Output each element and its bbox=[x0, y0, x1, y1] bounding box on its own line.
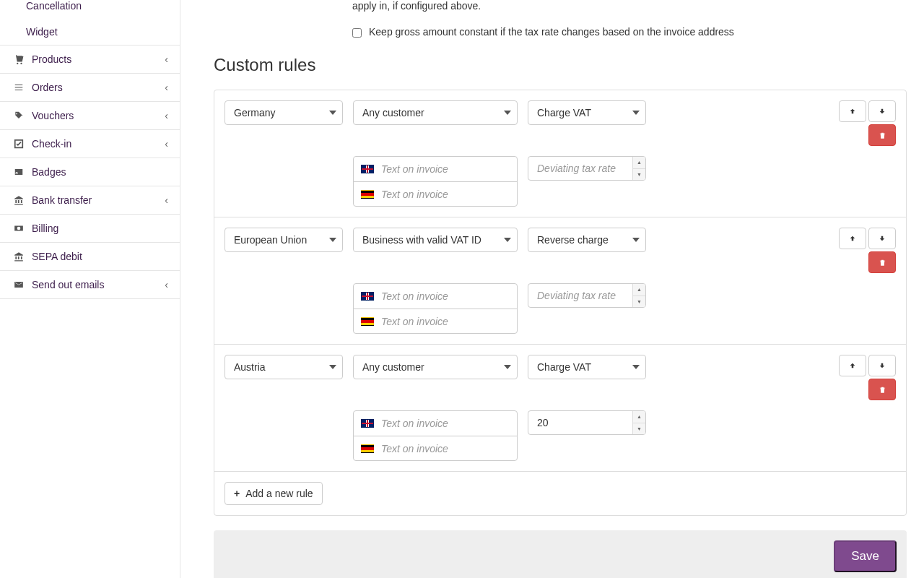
sidebar-item-widget[interactable]: Widget bbox=[0, 19, 180, 45]
rule-item: European Union Business with valid VAT I… bbox=[214, 217, 906, 345]
move-down-button[interactable] bbox=[868, 100, 896, 122]
chevron-left-icon: ‹ bbox=[165, 110, 168, 121]
keep-gross-label: Keep gross amount constant if the tax ra… bbox=[369, 26, 734, 38]
sidebar-item-billing[interactable]: Billing bbox=[0, 215, 180, 243]
deviating-rate-input[interactable] bbox=[528, 283, 646, 308]
sidebar-item-vouchers[interactable]: Vouchers ‹ bbox=[0, 102, 180, 130]
country-select[interactable]: European Union bbox=[225, 228, 343, 252]
chevron-left-icon: ‹ bbox=[165, 53, 168, 65]
envelope-icon bbox=[12, 280, 26, 290]
sidebar-item-label: Widget bbox=[26, 26, 58, 38]
chevron-left-icon: ‹ bbox=[165, 82, 168, 93]
rule-item: Germany Any customer Charge VAT bbox=[214, 90, 906, 217]
sidebar-item-label: Badges bbox=[32, 166, 66, 178]
customer-select[interactable]: Any customer bbox=[353, 100, 518, 125]
country-select[interactable]: Germany bbox=[225, 100, 343, 125]
flag-en-icon bbox=[361, 165, 374, 173]
invoice-text-group bbox=[353, 410, 518, 461]
spinner-down-icon[interactable]: ▼ bbox=[633, 423, 645, 435]
delete-rule-button[interactable] bbox=[868, 251, 896, 273]
sidebar-item-label: Billing bbox=[32, 223, 58, 234]
invoice-text-de-input[interactable] bbox=[381, 189, 510, 200]
flag-de-icon bbox=[361, 190, 374, 199]
invoice-text-en-input[interactable] bbox=[381, 418, 510, 429]
cart-icon bbox=[12, 54, 26, 64]
spinner-down-icon[interactable]: ▼ bbox=[633, 169, 645, 181]
sidebar-item-label: Send out emails bbox=[32, 279, 104, 290]
save-button[interactable]: Save bbox=[834, 540, 897, 572]
move-up-button[interactable] bbox=[839, 355, 866, 376]
rules-container: Germany Any customer Charge VAT bbox=[214, 90, 907, 516]
sidebar: Cancellation Widget Products ‹ Orders ‹ … bbox=[0, 0, 180, 578]
number-spinner[interactable]: ▲ ▼ bbox=[632, 157, 645, 180]
help-text: apply in, if configured above. bbox=[352, 0, 907, 12]
spinner-up-icon[interactable]: ▲ bbox=[633, 157, 645, 169]
bank-icon bbox=[12, 251, 26, 262]
flag-de-icon bbox=[361, 444, 374, 453]
flag-en-icon bbox=[361, 292, 374, 301]
delete-rule-button[interactable] bbox=[868, 379, 896, 400]
sidebar-item-sepa[interactable]: SEPA debit bbox=[0, 243, 180, 271]
id-icon bbox=[12, 167, 26, 177]
check-icon bbox=[12, 139, 26, 149]
chevron-left-icon: ‹ bbox=[165, 279, 168, 290]
rule-item: Austria Any customer Charge VAT bbox=[214, 345, 906, 472]
sidebar-item-label: Orders bbox=[32, 82, 63, 93]
number-spinner[interactable]: ▲ ▼ bbox=[632, 284, 645, 307]
sidebar-sub-group: Cancellation Widget bbox=[0, 0, 180, 46]
invoice-text-en-input[interactable] bbox=[381, 163, 510, 175]
sidebar-item-products[interactable]: Products ‹ bbox=[0, 46, 180, 74]
action-select[interactable]: Charge VAT bbox=[528, 355, 646, 379]
tags-icon bbox=[12, 111, 26, 121]
customer-select[interactable]: Business with valid VAT ID bbox=[353, 228, 518, 252]
checkbox-row-wrapper: Keep gross amount constant if the tax ra… bbox=[214, 26, 907, 49]
add-rule-label: Add a new rule bbox=[245, 488, 313, 499]
sidebar-item-label: Cancellation bbox=[26, 0, 82, 12]
chevron-left-icon: ‹ bbox=[165, 194, 168, 206]
action-select[interactable]: Reverse charge bbox=[528, 228, 646, 252]
list-icon bbox=[12, 82, 26, 92]
save-bar: Save bbox=[214, 530, 907, 578]
delete-rule-button[interactable] bbox=[868, 124, 896, 146]
deviating-rate-input[interactable] bbox=[528, 410, 646, 435]
invoice-text-group bbox=[353, 283, 518, 334]
plus-icon: + bbox=[234, 488, 240, 499]
invoice-text-de-input[interactable] bbox=[381, 443, 510, 454]
sidebar-item-label: Bank transfer bbox=[32, 194, 92, 206]
sidebar-item-checkin[interactable]: Check-in ‹ bbox=[0, 130, 180, 158]
move-down-button[interactable] bbox=[868, 228, 896, 249]
sidebar-item-label: SEPA debit bbox=[32, 251, 82, 262]
sidebar-item-badges[interactable]: Badges bbox=[0, 158, 180, 186]
sidebar-item-label: Check-in bbox=[32, 138, 71, 150]
sidebar-item-banktransfer[interactable]: Bank transfer ‹ bbox=[0, 186, 180, 215]
keep-gross-checkbox[interactable] bbox=[352, 28, 362, 38]
spinner-down-icon[interactable]: ▼ bbox=[633, 296, 645, 308]
number-spinner[interactable]: ▲ ▼ bbox=[632, 411, 645, 434]
spinner-up-icon[interactable]: ▲ bbox=[633, 411, 645, 423]
move-up-button[interactable] bbox=[839, 100, 866, 122]
invoice-text-group bbox=[353, 156, 518, 207]
invoice-text-de-input[interactable] bbox=[381, 316, 510, 327]
deviating-rate-input[interactable] bbox=[528, 156, 646, 181]
spinner-up-icon[interactable]: ▲ bbox=[633, 284, 645, 296]
sidebar-item-cancellation[interactable]: Cancellation bbox=[0, 0, 180, 19]
sidebar-item-emails[interactable]: Send out emails ‹ bbox=[0, 271, 180, 299]
sidebar-item-orders[interactable]: Orders ‹ bbox=[0, 74, 180, 102]
main-content: apply in, if configured above. Keep gros… bbox=[180, 0, 924, 578]
customer-select[interactable]: Any customer bbox=[353, 355, 518, 379]
move-up-button[interactable] bbox=[839, 228, 866, 249]
rules-footer: + Add a new rule bbox=[214, 472, 906, 515]
country-select[interactable]: Austria bbox=[225, 355, 343, 379]
help-text-row: apply in, if configured above. bbox=[214, 0, 907, 20]
money-icon bbox=[12, 223, 26, 233]
bank-icon bbox=[12, 195, 26, 205]
section-title: Custom rules bbox=[214, 55, 907, 75]
add-rule-button[interactable]: + Add a new rule bbox=[225, 482, 323, 505]
action-select[interactable]: Charge VAT bbox=[528, 100, 646, 125]
sidebar-item-label: Products bbox=[32, 53, 71, 65]
invoice-text-en-input[interactable] bbox=[381, 290, 510, 302]
sidebar-item-label: Vouchers bbox=[32, 110, 74, 121]
move-down-button[interactable] bbox=[868, 355, 896, 376]
chevron-left-icon: ‹ bbox=[165, 138, 168, 150]
flag-en-icon bbox=[361, 419, 374, 428]
